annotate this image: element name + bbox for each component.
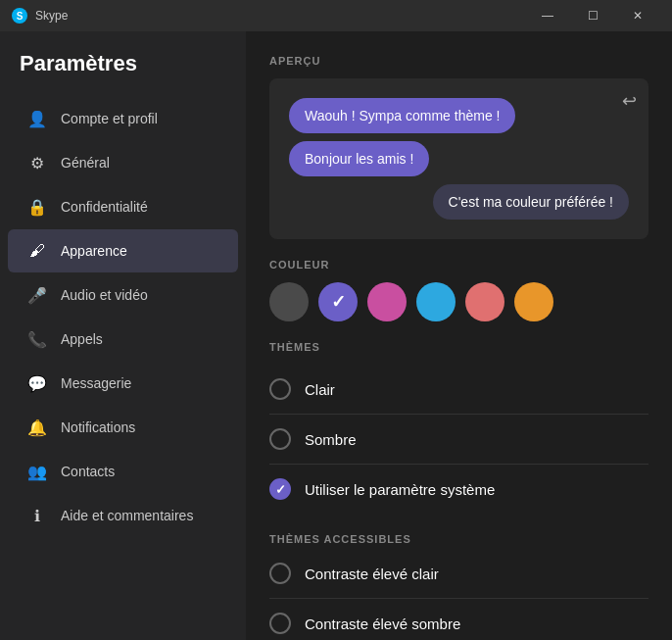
sidebar-item-label: Appels: [61, 331, 103, 347]
color-swatch-5[interactable]: [514, 282, 553, 321]
theme-option-sombre[interactable]: Sombre: [269, 415, 648, 465]
chat-bubble-sent: C'est ma couleur préférée !: [433, 184, 629, 220]
sidebar-item-label: Aide et commentaires: [61, 508, 193, 523]
sidebar-item-label: Audio et vidéo: [61, 287, 148, 303]
color-swatch-3[interactable]: [416, 282, 456, 321]
radio-clair: [269, 378, 291, 400]
color-swatches: [269, 282, 648, 321]
sidebar-item-label: Notifications: [61, 419, 135, 435]
contacts-icon: 👥: [27, 462, 47, 481]
theme-option-clair[interactable]: Clair: [269, 365, 648, 415]
radio-systeme: [269, 478, 291, 500]
chat-bubble-received: Bonjour les amis !: [289, 141, 429, 176]
sidebar-item-label: Compte et profil: [61, 111, 158, 126]
preview-messages: Waouh ! Sympa comme thème !Bonjour les a…: [289, 98, 629, 220]
theme-options: Clair Sombre Utiliser le paramètre systè…: [269, 365, 648, 514]
preview-box: ↩ Waouh ! Sympa comme thème !Bonjour les…: [269, 78, 648, 239]
sidebar-item-confidentialite[interactable]: 🔒 Confidentialité: [8, 185, 238, 228]
sidebar-item-label: Apparence: [61, 243, 127, 259]
title-bar-left: S Skype: [12, 8, 68, 24]
sidebar-item-label: Contacts: [61, 464, 115, 479]
confidentialite-icon: 🔒: [27, 197, 47, 217]
preview-section-label: APERÇU: [269, 55, 648, 67]
sidebar-item-contacts[interactable]: 👥 Contacts: [8, 450, 238, 493]
accessible-theme-label-contraste-sombre: Contraste élevé sombre: [305, 615, 460, 632]
accessible-themes-section: THÈMES ACCESSIBLES Contraste élevé clair…: [269, 533, 648, 640]
color-section-label: COULEUR: [269, 259, 648, 271]
radio-contraste-clair: [269, 563, 291, 584]
chat-bubble-received: Waouh ! Sympa comme thème !: [289, 98, 515, 133]
accessible-section-label: THÈMES ACCESSIBLES: [269, 533, 648, 545]
color-swatch-0[interactable]: [269, 282, 309, 321]
color-section: COULEUR: [269, 259, 648, 321]
sidebar-title: Paramètres: [0, 51, 246, 96]
compte-icon: 👤: [27, 109, 47, 128]
color-swatch-1[interactable]: [318, 282, 358, 321]
title-bar: S Skype — ☐ ✕: [0, 0, 672, 31]
accessible-theme-label-contraste-clair: Contraste élevé clair: [305, 566, 439, 582]
sidebar-item-aide[interactable]: ℹ Aide et commentaires: [8, 494, 238, 537]
appels-icon: 📞: [27, 329, 47, 349]
app-body: Paramètres 👤 Compte et profil ⚙ Général …: [0, 31, 672, 640]
themes-section-label: THÈMES: [269, 341, 648, 353]
accessible-theme-option-contraste-sombre[interactable]: Contraste élevé sombre: [269, 599, 648, 640]
sidebar-item-label: Messagerie: [61, 375, 131, 391]
theme-label-sombre: Sombre: [305, 431, 357, 448]
aide-icon: ℹ: [27, 506, 47, 525]
accessible-theme-option-contraste-clair[interactable]: Contraste élevé clair: [269, 549, 648, 599]
theme-label-clair: Clair: [305, 381, 335, 398]
apparence-icon: 🖌: [27, 241, 47, 261]
right-panel: APERÇU ↩ Waouh ! Sympa comme thème !Bonj…: [246, 31, 672, 640]
close-button[interactable]: ✕: [615, 0, 660, 31]
radio-contraste-sombre: [269, 613, 291, 634]
color-swatch-4[interactable]: [465, 282, 504, 321]
sidebar-item-notifications[interactable]: 🔔 Notifications: [8, 406, 238, 449]
messagerie-icon: 💬: [27, 373, 47, 393]
themes-section: THÈMES Clair Sombre Utiliser le paramètr…: [269, 341, 648, 514]
sidebar-item-label: Général: [61, 155, 110, 171]
back-button[interactable]: ↩: [622, 90, 637, 112]
sidebar-item-general[interactable]: ⚙ Général: [8, 141, 238, 184]
notifications-icon: 🔔: [27, 418, 47, 437]
general-icon: ⚙: [27, 153, 47, 172]
color-swatch-2[interactable]: [367, 282, 407, 321]
accessible-options: Contraste élevé clair Contraste élevé so…: [269, 549, 648, 640]
sidebar: Paramètres 👤 Compte et profil ⚙ Général …: [0, 31, 246, 640]
radio-sombre: [269, 428, 291, 450]
audio-icon: 🎤: [27, 285, 47, 305]
window-controls: — ☐ ✕: [525, 0, 660, 31]
sidebar-item-apparence[interactable]: 🖌 Apparence: [8, 229, 238, 272]
minimize-button[interactable]: —: [525, 0, 570, 31]
sidebar-item-appels[interactable]: 📞 Appels: [8, 318, 238, 361]
app-title: Skype: [35, 9, 68, 23]
sidebar-item-label: Confidentialité: [61, 199, 148, 215]
sidebar-item-audio[interactable]: 🎤 Audio et vidéo: [8, 273, 238, 317]
sidebar-item-compte[interactable]: 👤 Compte et profil: [8, 97, 238, 140]
theme-label-systeme: Utiliser le paramètre système: [305, 481, 495, 498]
maximize-button[interactable]: ☐: [570, 0, 615, 31]
app-icon: S: [12, 8, 27, 24]
theme-option-systeme[interactable]: Utiliser le paramètre système: [269, 465, 648, 514]
sidebar-item-messagerie[interactable]: 💬 Messagerie: [8, 362, 238, 405]
